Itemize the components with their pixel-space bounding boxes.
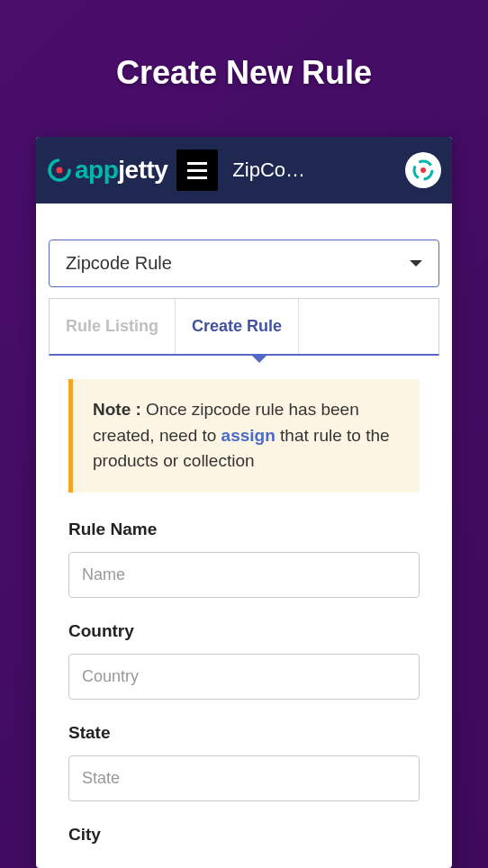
country-input[interactable] bbox=[68, 654, 420, 700]
form-group-city: City bbox=[68, 825, 420, 845]
state-input[interactable] bbox=[68, 755, 420, 801]
state-label: State bbox=[68, 723, 420, 743]
topbar: appjetty ZipCo… bbox=[36, 137, 452, 203]
note-box: Note : Once zipcode rule has been create… bbox=[68, 379, 420, 493]
rule-name-label: Rule Name bbox=[68, 520, 420, 539]
tab-indicator-icon bbox=[250, 354, 268, 363]
hamburger-icon bbox=[187, 162, 207, 179]
logo: appjetty bbox=[47, 156, 167, 185]
logo-app: app bbox=[75, 156, 118, 184]
topbar-title: ZipCo… bbox=[227, 158, 396, 182]
rule-name-input[interactable] bbox=[68, 552, 420, 598]
form-group-rule-name: Rule Name bbox=[68, 520, 420, 598]
city-label: City bbox=[68, 825, 420, 845]
logo-text: appjetty bbox=[75, 156, 167, 185]
dropdown-selected: Zipcode Rule bbox=[66, 253, 172, 274]
rule-type-dropdown[interactable]: Zipcode Rule bbox=[49, 240, 439, 287]
content: Zipcode Rule Rule Listing Create Rule No… bbox=[36, 203, 452, 845]
tabs: Rule Listing Create Rule bbox=[49, 298, 439, 356]
assign-link[interactable]: assign bbox=[221, 426, 276, 445]
svg-point-1 bbox=[57, 167, 63, 174]
app-window: appjetty ZipCo… Zipcode Rule Rule Listin… bbox=[36, 137, 452, 868]
form-area: Note : Once zipcode rule has been create… bbox=[49, 356, 439, 845]
avatar[interactable] bbox=[405, 152, 441, 188]
logo-icon bbox=[47, 158, 72, 183]
form-group-country: Country bbox=[68, 621, 420, 700]
avatar-icon bbox=[411, 158, 435, 182]
chevron-down-icon bbox=[410, 260, 422, 267]
tab-create-rule[interactable]: Create Rule bbox=[176, 299, 299, 354]
note-label: Note : bbox=[93, 400, 141, 419]
form-group-state: State bbox=[68, 723, 420, 801]
menu-button[interactable] bbox=[176, 149, 218, 191]
logo-jetty: jetty bbox=[118, 156, 167, 184]
note-text: Note : Once zipcode rule has been create… bbox=[93, 397, 400, 475]
tab-rule-listing[interactable]: Rule Listing bbox=[50, 299, 176, 354]
country-label: Country bbox=[68, 621, 420, 641]
svg-point-3 bbox=[420, 167, 426, 173]
page-title: Create New Rule bbox=[0, 0, 488, 137]
